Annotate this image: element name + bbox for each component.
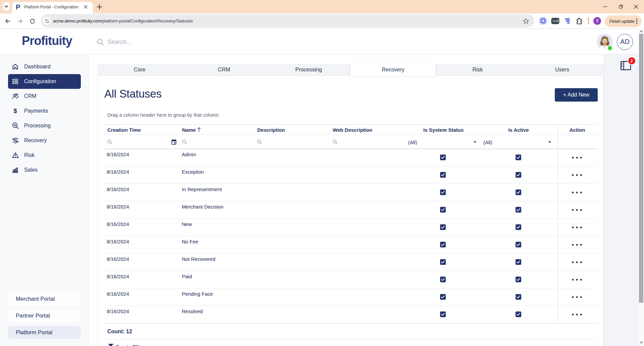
svg-text:$: $ xyxy=(13,108,17,115)
